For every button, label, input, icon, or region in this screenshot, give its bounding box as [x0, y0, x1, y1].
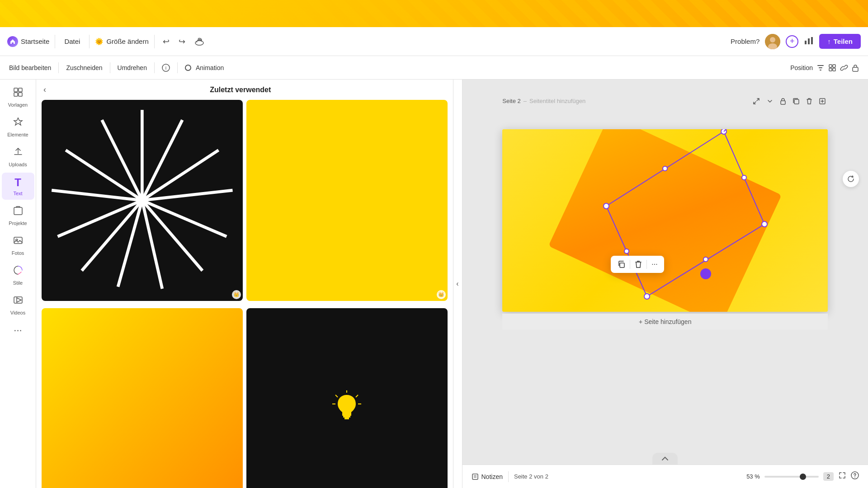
- sidebar-item-stile[interactable]: Stile: [2, 261, 34, 289]
- edit-image-button[interactable]: Bild bearbeiten: [9, 64, 51, 71]
- svg-point-0: [195, 41, 203, 45]
- videos-icon: [13, 295, 24, 308]
- asset-yellow-rect[interactable]: 👑: [246, 100, 448, 301]
- collapse-panel: ‹: [453, 80, 462, 488]
- link-icon-button[interactable]: [840, 64, 848, 72]
- svg-rect-13: [833, 65, 835, 67]
- svg-rect-11: [820, 70, 821, 70]
- position-label: Position: [790, 64, 813, 71]
- asset-grid-top: 👑 👑: [42, 100, 448, 301]
- expand-icon-button[interactable]: [751, 96, 762, 108]
- cloud-save-button[interactable]: [192, 36, 207, 47]
- bottom-collapse-button[interactable]: [652, 453, 678, 465]
- svg-line-41: [335, 395, 338, 397]
- ctx-more-button[interactable]: ···: [649, 258, 660, 270]
- help-button[interactable]: [851, 471, 859, 482]
- text-icon: T: [14, 176, 21, 189]
- delete-page-button[interactable]: [804, 96, 814, 108]
- undo-button[interactable]: ↩: [160, 35, 172, 48]
- svg-rect-21: [14, 207, 22, 215]
- vorlagen-label: Vorlagen: [8, 102, 28, 108]
- animation-label: Animation: [196, 64, 224, 71]
- asset-bulb[interactable]: 👑: [246, 308, 448, 488]
- share-button[interactable]: ↑ Teilen: [819, 34, 861, 49]
- file-menu-button[interactable]: Datei: [61, 36, 84, 47]
- toolbar-right-icons: Position: [790, 64, 859, 72]
- ctx-copy-button[interactable]: [614, 258, 628, 270]
- svg-rect-17: [14, 88, 18, 92]
- svg-point-2: [770, 37, 775, 42]
- sidebar-item-elemente[interactable]: Elemente: [2, 113, 34, 141]
- asset-grid-bottom: 👑: [42, 308, 448, 488]
- redo-button[interactable]: ↪: [176, 35, 188, 48]
- toolbar-separator-4: [177, 62, 178, 73]
- page-subtitle[interactable]: Seitentitel hinzufügen: [529, 98, 585, 104]
- sidebar-item-videos[interactable]: Videos: [2, 291, 34, 319]
- sidebar-content: ‹ Zuletzt verwendet: [36, 80, 453, 488]
- sidebar-item-fotos[interactable]: Fotos: [2, 231, 34, 259]
- resize-button[interactable]: 🌞 Größe ändern: [95, 38, 148, 46]
- toolbar-separator-1: [58, 62, 59, 73]
- grid-icon-button[interactable]: [828, 64, 836, 72]
- svg-point-57: [854, 477, 855, 478]
- sidebar-item-text[interactable]: T Text: [2, 173, 34, 200]
- crown-badge-2: 👑: [437, 290, 446, 299]
- more-icon: ···: [14, 324, 22, 336]
- duplicate-page-button[interactable]: [791, 96, 802, 108]
- edit-toolbar: Bild bearbeiten Zuschneiden Umdrehen i A…: [0, 56, 868, 80]
- page-label: Seite 2: [502, 98, 520, 104]
- fullscreen-button[interactable]: [838, 471, 846, 482]
- back-button[interactable]: ‹: [43, 85, 46, 94]
- sidebar-nav: Vorlagen Elemente Uploads T Text Projekt…: [0, 80, 36, 488]
- separator-2: [89, 35, 90, 48]
- sidebar-item-projekte[interactable]: Projekte: [2, 202, 34, 230]
- sidebar-item-uploads[interactable]: Uploads: [2, 143, 34, 171]
- asset-gradient[interactable]: [42, 308, 243, 488]
- header-left: Startseite Datei 🌞 Größe ändern ↩ ↪: [7, 35, 727, 48]
- page-label-bar: Seite 2 – Seitentitel hinzufügen: [502, 98, 585, 104]
- fotos-label: Fotos: [12, 250, 24, 256]
- ctx-delete-button[interactable]: [632, 258, 645, 270]
- page-action-icons: [751, 96, 828, 108]
- canvas-slide[interactable]: ···: [502, 129, 828, 312]
- toolbar-separator-3: [154, 62, 155, 73]
- info-button[interactable]: i: [162, 64, 170, 72]
- filter-icon-button[interactable]: [816, 64, 825, 72]
- zoom-thumb[interactable]: [800, 474, 806, 480]
- add-page-icon-button[interactable]: [817, 96, 828, 108]
- asset-burst[interactable]: 👑: [42, 100, 243, 301]
- sidebar-item-vorlagen[interactable]: Vorlagen: [2, 83, 34, 111]
- videos-label: Videos: [10, 310, 25, 315]
- home-button[interactable]: Startseite: [7, 36, 49, 47]
- lock-page-button[interactable]: [778, 96, 788, 108]
- add-page-label: + Seite hinzufügen: [639, 318, 691, 325]
- crop-button[interactable]: Zuschneiden: [66, 64, 102, 71]
- refresh-button[interactable]: [843, 171, 859, 187]
- animation-button[interactable]: Animation: [185, 64, 224, 71]
- projekte-icon: [13, 205, 24, 219]
- flip-button[interactable]: Umdrehen: [118, 64, 147, 71]
- animation-icon: [185, 65, 191, 71]
- separator-1: [55, 35, 55, 48]
- canvas-wrapper: Seite 2 – Seitentitel hinzufügen: [462, 80, 868, 465]
- add-page-button[interactable]: + Seite hinzufügen: [502, 314, 828, 330]
- problem-button[interactable]: Problem?: [731, 38, 760, 45]
- zoom-section: 53 % 2: [746, 471, 859, 482]
- lock-icon-button[interactable]: [852, 64, 859, 72]
- page-info: Seite 2 von 2: [514, 473, 548, 480]
- zoom-slider[interactable]: [764, 476, 819, 478]
- text-label: Text: [13, 191, 22, 196]
- flip-label: Umdrehen: [118, 64, 147, 71]
- svg-rect-14: [829, 68, 832, 71]
- zoom-level: 53 %: [746, 473, 760, 480]
- svg-rect-48: [781, 101, 785, 104]
- svg-marker-24: [17, 298, 21, 302]
- notes-button[interactable]: Notizen: [472, 473, 503, 480]
- add-collaborator-button[interactable]: +: [786, 35, 798, 48]
- sidebar-item-more[interactable]: ···: [2, 321, 34, 340]
- position-button[interactable]: Position: [790, 64, 813, 71]
- collapse-panel-button[interactable]: ‹: [453, 276, 462, 291]
- analytics-button[interactable]: [804, 35, 814, 47]
- chevron-down-icon-button[interactable]: [764, 96, 775, 108]
- header-right: Problem? + ↑ Teilen: [731, 34, 861, 49]
